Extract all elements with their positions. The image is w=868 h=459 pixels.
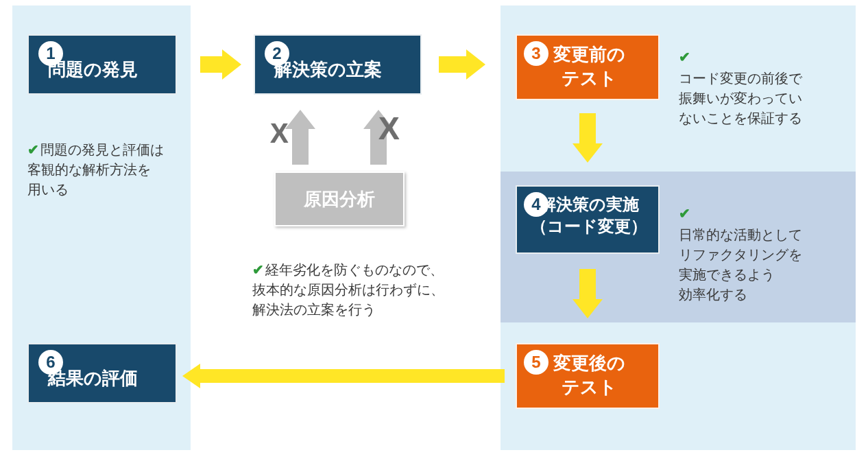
arrow-step2-to-step3 [439,49,485,80]
step-4: 4 解決策の実施 （コード変更） [516,185,660,254]
arrow-step4-to-step5 [572,269,603,318]
note-cause: ✔経年劣化を防ぐものなので、 抜本的な原因分析は行わずに、 解決法の立案を行う [252,240,485,320]
arrow-step5-to-step6 [182,364,505,388]
step-5-number: 5 [524,350,548,375]
step-3: 3 変更前の テスト [516,34,660,100]
note-cause-text: 経年劣化を防ぐものなので、 抜本的な原因分析は行わずに、 解決法の立案を行う [252,262,444,317]
step-6: 6 結果の評価 [27,343,177,403]
note-step3-text: コード変更の前後で 振舞いが変わってい ないことを保証する [679,71,802,126]
arrow-step1-to-step2 [200,49,241,80]
step-3-number: 3 [524,41,548,66]
cause-analysis-label: 原因分析 [304,187,375,211]
check-icon: ✔ [27,142,39,157]
arrow-step3-to-step4 [572,113,603,163]
note-step1-text: 問題の発見と評価は 客観的な解析方法を 用いる [27,142,164,197]
step-2-title: 解決策の立案 [274,41,382,82]
note-step3: ✔コード変更の前後で 振舞いが変わってい ないことを保証する [679,27,850,128]
check-icon: ✔ [252,262,264,277]
note-step4: ✔日常的な活動として リファクタリングを 実施できるよう 効率化する [679,184,850,305]
arrow-cause-to-step2-left [285,110,315,165]
step-2: 2 解決策の立案 [254,34,422,95]
step-5: 5 変更後の テスト [516,343,660,409]
step-4-number: 4 [524,192,548,217]
x-mark-left: X [270,118,289,149]
check-icon: ✔ [679,47,849,67]
note-step4-text: 日常的な活動として リファクタリングを 実施できるよう 効率化する [679,227,802,302]
x-mark-right: X [378,110,400,147]
cause-analysis-box: 原因分析 [274,172,405,226]
step-1-title: 問題の発見 [48,41,138,82]
note-step1: ✔問題の発見と評価は 客観的な解析方法を 用いる [27,120,185,200]
check-icon: ✔ [679,204,849,224]
step-6-title: 結果の評価 [48,350,138,390]
step-1: 1 問題の発見 [27,34,177,95]
diagram-canvas: 1 問題の発見 ✔問題の発見と評価は 客観的な解析方法を 用いる 2 解決策の立… [0,0,868,459]
